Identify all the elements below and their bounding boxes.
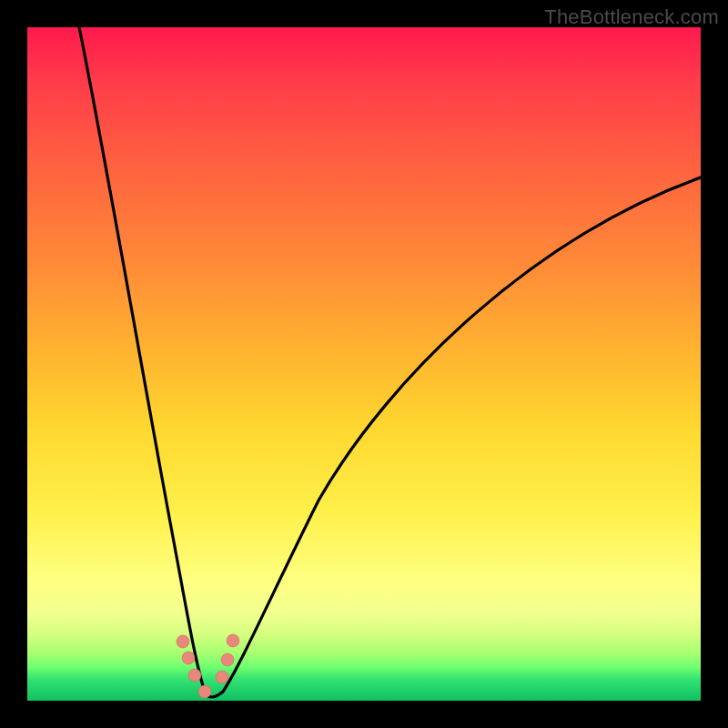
svg-point-5 xyxy=(221,653,234,666)
svg-point-2 xyxy=(188,669,201,682)
chart-svg xyxy=(27,27,701,701)
chart-outer-frame: TheBottleneck.com xyxy=(0,0,728,728)
svg-point-6 xyxy=(227,634,239,647)
chart-plot-area xyxy=(27,27,701,701)
svg-point-0 xyxy=(177,635,189,648)
svg-point-3 xyxy=(198,685,211,698)
bottleneck-curve xyxy=(77,27,701,697)
svg-point-4 xyxy=(216,671,228,683)
trough-markers xyxy=(177,634,239,698)
watermark-text: TheBottleneck.com xyxy=(544,5,719,29)
svg-point-1 xyxy=(182,652,195,664)
